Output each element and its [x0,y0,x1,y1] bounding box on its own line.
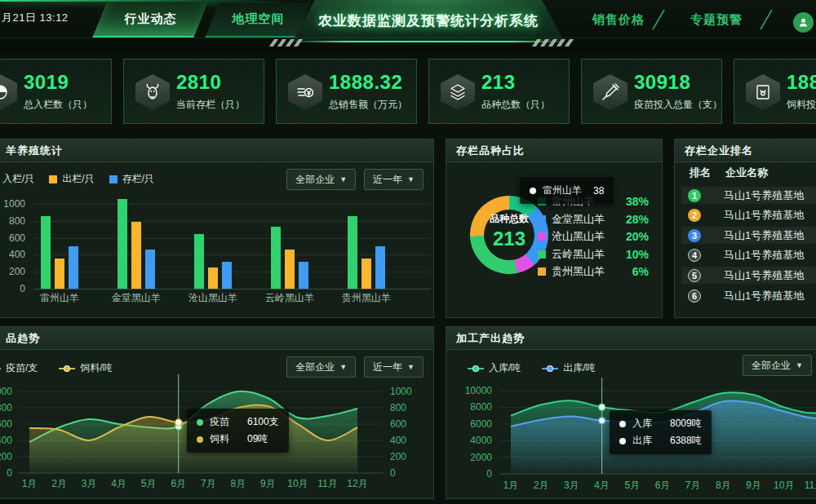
tab-industry-news[interactable]: 行业动态 [92,2,207,38]
table-row[interactable]: 6马山1号养殖基地 [681,287,816,304]
page-title: 农业数据监测及预警统计分析系统 [292,0,565,42]
tooltip-dot [197,436,203,443]
tab-geo-space[interactable]: 地理空间 [205,2,310,38]
legend-item-入库/吨[interactable]: 入库/吨 [468,361,521,375]
legend-percent: 6% [632,265,649,278]
inputs-tooltip: 疫苗 6100支 饲料 09吨 [187,409,289,453]
x-axis-category: 云岭黑山羊 [253,291,326,305]
legend-swatch [538,250,546,259]
legend-swatch [49,175,57,183]
syringe-icon [593,74,628,110]
svg-text:6月: 6月 [171,478,186,489]
panel-enterprise-ranking: 存栏企业排名 排名 企业名称 1马山1号养殖基地2马山1号养殖基地3马山1号养殖… [674,139,816,318]
legend-label: 出库/吨 [563,361,595,375]
hatch-decoration [272,39,300,46]
table-row[interactable]: 3马山1号养殖基地 [681,227,816,244]
svg-text:11月: 11月 [317,478,337,489]
top-accent-line [0,0,277,2]
tooltip-value: 6388吨 [670,434,702,448]
tooltip-dot [197,419,203,426]
table-row[interactable]: 2马山1号养殖基地 [681,207,816,224]
rank-badge: 5 [688,269,701,282]
bar-存栏/只 [145,250,155,289]
svg-text:2月: 2月 [51,478,67,489]
bar-出栏/只 [131,222,141,289]
x-axis-category: 金堂黑山羊 [100,291,173,305]
timerange-filter-dropdown[interactable]: 近一年▼ [364,356,424,378]
coins-icon [288,74,322,110]
table-row[interactable]: 1马山1号养殖基地 [681,187,816,204]
svg-text:8000: 8000 [470,401,492,413]
chevron-down-icon: ▼ [339,363,347,371]
panel-title: 品趋势 [0,327,433,350]
svg-text:3月: 3月 [82,478,97,489]
legend-percent: 20% [626,230,649,243]
kpi-value: 3019 [24,71,69,94]
legend-item-出栏/只[interactable]: 出栏/只 [49,172,94,186]
y-axis-tick: 0 [0,283,25,294]
column-rank: 排名 [690,166,711,180]
bar-入栏/只 [194,234,204,289]
table-row[interactable]: 4马山1号养殖基地 [681,247,816,264]
gridline [33,204,430,205]
enterprise-filter-dropdown[interactable]: 全部企业▼ [743,355,812,376]
svg-text:11月: 11月 [805,480,816,491]
timerange-filter-dropdown[interactable]: 近一年▼ [364,169,424,190]
panel-stock-breed-proportion: 存栏品种占比 品种总数 213 雷州山羊38%金堂黑山羊28%沧山黑山羊20%云… [446,139,663,318]
panel-inputs-trend: 品趋势 疫苗/支饲料/吨 全部企业▼ 近一年▼ 0020020040040060… [0,326,434,499]
table-row[interactable]: 5马山1号养殖基地 [681,267,816,284]
donut-legend-item-云岭黑山羊[interactable]: 云岭黑山羊10% [538,247,649,262]
kpi-card: 30918疫苗投入总量（支） [581,59,722,124]
y-axis-tick: 1000 [0,198,25,210]
svg-text:5月: 5月 [141,478,157,489]
user-avatar[interactable] [793,12,814,33]
bar-出栏/只 [55,259,64,289]
donut-legend-item-贵州黑山羊[interactable]: 贵州黑山羊6% [538,264,649,279]
legend-label: 金堂黑山羊 [552,212,605,227]
bar-出栏/只 [208,267,218,289]
legend-item-饲料/吨[interactable]: 饲料/吨 [59,361,112,375]
donut-center-label: 品种总数 213 [470,212,548,250]
legend-item-存栏/只[interactable]: 存栏/只 [109,172,154,186]
legend-label: 疫苗/支 [6,361,38,375]
svg-text:9月: 9月 [746,480,761,491]
svg-text:9月: 9月 [260,478,276,489]
user-icon [797,16,809,29]
legend-label: 出栏/只 [62,172,94,186]
bar-存栏/只 [222,262,232,289]
svg-text:7月: 7月 [685,480,701,491]
svg-text:8月: 8月 [716,480,731,491]
legend-item-入栏/只[interactable]: 入栏/只 [0,172,34,186]
filter-label: 近一年 [373,360,402,374]
legend-item-出库/吨[interactable]: 出库/吨 [542,361,595,375]
rank-badge: 3 [688,229,701,242]
gridline [33,254,430,255]
x-axis-category: 雷州山羊 [23,291,96,305]
tooltip-row: 饲料 09吨 [195,431,281,448]
rank-badge: 1 [688,189,701,202]
column-enterprise-name: 企业名称 [725,166,768,180]
donut-chart[interactable]: 品种总数 213 [470,196,548,274]
goat-icon [135,74,170,110]
enterprise-filter-dropdown[interactable]: 全部企业▼ [286,356,356,378]
donut-legend-item-沧山黑山羊[interactable]: 沧山黑山羊20% [538,229,649,244]
tab-warning-topic[interactable]: 专题预警 [676,9,757,30]
legend-swatch [538,267,546,276]
svg-text:1月: 1月 [22,478,38,489]
svg-text:1月: 1月 [503,480,519,491]
bar-chart[interactable]: 02004006008001000雷州山羊金堂黑山羊沧山黑山羊云岭黑山羊贵州黑山… [0,139,433,317]
kpi-card: 3019总入栏数（只） [0,59,112,124]
tab-sales-price[interactable]: 销售价格 [578,9,659,30]
kpi-label: 饲料投入 [787,98,816,112]
kpi-label: 总入栏数（只） [24,98,92,112]
panel-title: 存栏品种占比 [446,139,662,162]
enterprise-filter-dropdown[interactable]: 全部企业▼ [286,169,356,190]
svg-text:4月: 4月 [594,480,610,491]
donut-legend-item-金堂黑山羊[interactable]: 金堂黑山羊28% [538,212,649,227]
filter-label: 全部企业 [295,173,335,187]
legend-label: 入栏/只 [2,172,34,186]
rank-badge: 2 [688,209,701,222]
legend-marker [0,368,1,369]
kpi-label: 疫苗投入总量（支） [634,98,722,112]
legend-item-疫苗/支[interactable]: 疫苗/支 [0,361,38,375]
